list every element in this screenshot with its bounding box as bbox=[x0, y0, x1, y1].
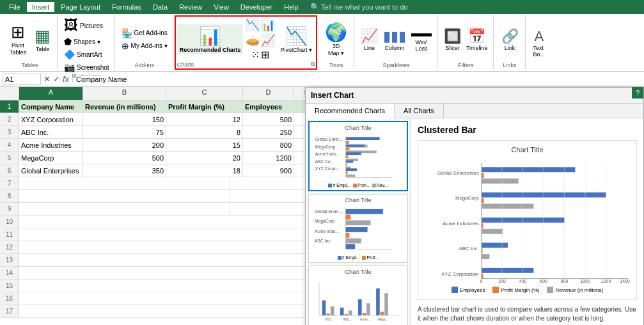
cell-b1[interactable]: Revenue (in millions) bbox=[83, 100, 166, 113]
cell-b4[interactable]: 200 bbox=[83, 139, 166, 151]
col-header-b[interactable]: B bbox=[83, 87, 166, 100]
tab-formulas[interactable]: Formulas bbox=[107, 2, 146, 12]
svg-text:600: 600 bbox=[540, 279, 547, 283]
formula-input[interactable] bbox=[76, 75, 641, 83]
cell-b3[interactable]: 75 bbox=[83, 126, 166, 138]
table-button[interactable]: ▦ Table bbox=[32, 25, 53, 54]
tab-insert[interactable]: Insert bbox=[27, 2, 55, 12]
cell-a1[interactable]: Company Name bbox=[19, 100, 83, 113]
chart-thumb-2[interactable]: Chart Title Global Enter... MegaCorp Acm… bbox=[308, 194, 408, 263]
cell-d5[interactable]: 1200 bbox=[243, 152, 294, 164]
tab-file[interactable]: File bbox=[4, 2, 26, 12]
cell-c1[interactable]: Profit Margin (%) bbox=[166, 100, 243, 113]
help-button[interactable]: ? bbox=[632, 87, 643, 99]
bar-chart-icon[interactable]: 📉 bbox=[246, 18, 260, 32]
svg-rect-37 bbox=[322, 301, 326, 315]
scatter-chart-icon[interactable]: ⁙ bbox=[251, 49, 260, 61]
chart-thumb-3[interactable]: Chart Title bbox=[308, 266, 408, 325]
name-box[interactable] bbox=[3, 74, 41, 85]
cancel-icon[interactable]: ✕ bbox=[43, 74, 51, 84]
chart-thumb-1[interactable]: Chart Title Global Enter... MegaCorp Acm… bbox=[308, 121, 408, 191]
cell-a4[interactable]: Acme Industries bbox=[19, 139, 83, 151]
cell-a3[interactable]: ABC Inc. bbox=[19, 126, 83, 138]
tab-view[interactable]: View bbox=[208, 2, 234, 12]
ribbon-group-tables: ⊞ PivotTables ▦ Table Tables bbox=[3, 15, 58, 70]
svg-text:200: 200 bbox=[498, 279, 506, 283]
svg-rect-66 bbox=[482, 167, 576, 172]
line-chart-icon2[interactable]: 📈 bbox=[261, 33, 275, 47]
chart-thumb-title-1: Chart Title bbox=[312, 125, 404, 131]
tab-recommended-charts[interactable]: Recommended Charts bbox=[306, 104, 395, 118]
cell-a6[interactable]: Global Enterprises bbox=[19, 164, 83, 177]
recommended-charts-button[interactable]: 📊 Recommended Charts bbox=[177, 24, 244, 55]
more-charts-icon[interactable]: ⊞ bbox=[261, 49, 269, 61]
column-sparkline-icon: ▮▮▮ bbox=[383, 28, 406, 45]
cell-b6[interactable]: 350 bbox=[83, 164, 166, 177]
svg-text:Acme Indu...: Acme Indu... bbox=[315, 152, 340, 156]
link-button[interactable]: 🔗 Link bbox=[499, 27, 521, 52]
cell-b5[interactable]: 500 bbox=[83, 152, 166, 164]
legend-profit: Profit Margin (%) bbox=[492, 287, 539, 293]
pivotchart-button[interactable]: 📉 PivotChart ▾ bbox=[278, 24, 315, 55]
tab-help[interactable]: Help bbox=[279, 2, 304, 12]
screenshot-button[interactable]: 📷 Screenshot bbox=[63, 61, 111, 73]
links-group-label: Links bbox=[503, 62, 517, 68]
3dmap-button[interactable]: 🌍 3DMap ▾ bbox=[322, 20, 350, 58]
column-sparkline-button[interactable]: ▮▮▮ Column bbox=[382, 27, 407, 52]
charts-expand-icon[interactable]: ⧉ bbox=[311, 61, 315, 68]
cell-a2[interactable]: XYZ Corporation bbox=[19, 113, 83, 125]
cell-d2[interactable]: 500 bbox=[243, 113, 294, 125]
cell-a5[interactable]: MegaCorp bbox=[19, 152, 83, 164]
tab-pagelayout[interactable]: Page Layout bbox=[56, 2, 106, 12]
smartart-button[interactable]: 🔷 SmartArt bbox=[63, 49, 103, 60]
svg-text:MegaCorp: MegaCorp bbox=[315, 219, 335, 224]
svg-text:ABC...: ABC... bbox=[343, 318, 352, 321]
timeline-button[interactable]: 📅 Timeline bbox=[465, 27, 489, 52]
get-addins-button[interactable]: 🏪 Get Add-ins bbox=[120, 28, 169, 39]
winloss-sparkline-button[interactable]: ▬▬ Win/Loss bbox=[410, 26, 433, 53]
ribbon-group-illustrations: 🖼 Pictures ⬟ Shapes ▾ 🔷 SmartArt 📷 Scree… bbox=[59, 15, 115, 70]
tab-all-charts[interactable]: All Charts bbox=[395, 104, 444, 118]
tab-review[interactable]: Review bbox=[174, 2, 207, 12]
slicer-button[interactable]: 🔲 Slicer bbox=[443, 27, 462, 52]
recommended-charts-icon: 📊 bbox=[199, 26, 221, 47]
svg-text:XYZ...: XYZ... bbox=[325, 318, 333, 321]
svg-rect-8 bbox=[346, 145, 365, 147]
cell-d6[interactable]: 900 bbox=[243, 164, 294, 177]
column-chart-icon2[interactable]: 📊 bbox=[261, 18, 275, 32]
mini-chart-3: XYZ... ABC... Acme... Mega... bbox=[311, 276, 405, 324]
tab-data[interactable]: Data bbox=[148, 2, 173, 12]
col-header-a[interactable]: A bbox=[19, 87, 83, 100]
row-num: 4 bbox=[0, 139, 19, 151]
line-sparkline-button[interactable]: 📈 Line bbox=[359, 27, 379, 52]
cell-c5[interactable]: 20 bbox=[166, 152, 243, 164]
pictures-button[interactable]: 🖼 Pictures bbox=[63, 17, 104, 35]
svg-rect-70 bbox=[482, 198, 484, 203]
cell-d3[interactable]: 250 bbox=[243, 126, 294, 138]
confirm-icon[interactable]: ✓ bbox=[53, 74, 60, 84]
cell-c3[interactable]: 8 bbox=[166, 126, 243, 138]
textbox-button[interactable]: A TextBo... bbox=[531, 27, 548, 59]
my-addins-button[interactable]: ⊕ My Add-ins ▾ bbox=[120, 40, 169, 52]
svg-rect-78 bbox=[482, 268, 534, 273]
svg-text:Acme...: Acme... bbox=[360, 318, 370, 321]
cell-d4[interactable]: 800 bbox=[243, 139, 294, 151]
legend-revenue: Revenue (in millions) bbox=[547, 287, 603, 293]
cell-b2[interactable]: 150 bbox=[83, 113, 166, 125]
function-icon[interactable]: fx bbox=[63, 74, 69, 84]
cell-c4[interactable]: 15 bbox=[166, 139, 243, 151]
svg-rect-6 bbox=[346, 141, 349, 144]
chart-thumb-title-3: Chart Title bbox=[311, 269, 405, 275]
col-header-c[interactable]: C bbox=[166, 87, 243, 100]
sparklines-group-label: Sparklines bbox=[382, 62, 409, 68]
tab-developer[interactable]: Developer bbox=[235, 2, 278, 12]
col-header-d[interactable]: D bbox=[243, 87, 294, 100]
cell-d1[interactable]: Employees bbox=[243, 100, 294, 113]
svg-rect-76 bbox=[482, 248, 483, 253]
pivottables-button[interactable]: ⊞ PivotTables bbox=[6, 21, 29, 58]
pie-chart-icon[interactable]: 🥧 bbox=[246, 33, 260, 47]
shapes-button[interactable]: ⬟ Shapes ▾ bbox=[63, 36, 102, 47]
cell-c6[interactable]: 18 bbox=[166, 164, 243, 177]
chart-preview-panel: Clustered Bar Chart Title Global Enterpr… bbox=[411, 118, 643, 325]
cell-c2[interactable]: 12 bbox=[166, 113, 243, 125]
